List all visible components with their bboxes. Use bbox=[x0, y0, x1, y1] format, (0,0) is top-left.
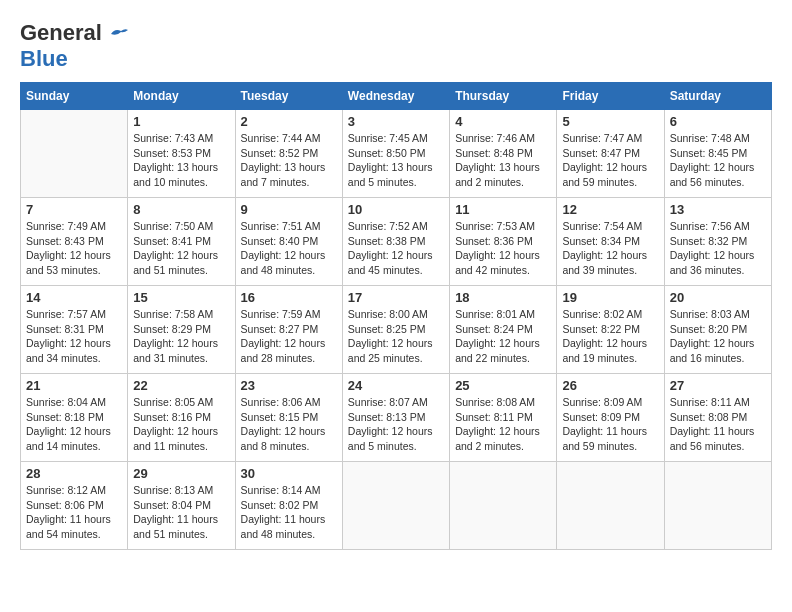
day-info: Sunrise: 7:47 AM Sunset: 8:47 PM Dayligh… bbox=[562, 131, 658, 190]
day-number: 9 bbox=[241, 202, 337, 217]
calendar-cell: 17Sunrise: 8:00 AM Sunset: 8:25 PM Dayli… bbox=[342, 286, 449, 374]
day-info: Sunrise: 8:12 AM Sunset: 8:06 PM Dayligh… bbox=[26, 483, 122, 542]
calendar-cell: 5Sunrise: 7:47 AM Sunset: 8:47 PM Daylig… bbox=[557, 110, 664, 198]
calendar-cell: 18Sunrise: 8:01 AM Sunset: 8:24 PM Dayli… bbox=[450, 286, 557, 374]
weekday-header-wednesday: Wednesday bbox=[342, 83, 449, 110]
calendar-cell: 15Sunrise: 7:58 AM Sunset: 8:29 PM Dayli… bbox=[128, 286, 235, 374]
day-number: 27 bbox=[670, 378, 766, 393]
calendar-week-row: 28Sunrise: 8:12 AM Sunset: 8:06 PM Dayli… bbox=[21, 462, 772, 550]
calendar-week-row: 21Sunrise: 8:04 AM Sunset: 8:18 PM Dayli… bbox=[21, 374, 772, 462]
day-info: Sunrise: 8:01 AM Sunset: 8:24 PM Dayligh… bbox=[455, 307, 551, 366]
calendar-cell: 2Sunrise: 7:44 AM Sunset: 8:52 PM Daylig… bbox=[235, 110, 342, 198]
calendar-cell: 9Sunrise: 7:51 AM Sunset: 8:40 PM Daylig… bbox=[235, 198, 342, 286]
calendar-cell: 27Sunrise: 8:11 AM Sunset: 8:08 PM Dayli… bbox=[664, 374, 771, 462]
day-info: Sunrise: 8:11 AM Sunset: 8:08 PM Dayligh… bbox=[670, 395, 766, 454]
day-info: Sunrise: 8:09 AM Sunset: 8:09 PM Dayligh… bbox=[562, 395, 658, 454]
calendar-cell bbox=[450, 462, 557, 550]
day-number: 23 bbox=[241, 378, 337, 393]
day-number: 19 bbox=[562, 290, 658, 305]
calendar-cell: 29Sunrise: 8:13 AM Sunset: 8:04 PM Dayli… bbox=[128, 462, 235, 550]
day-info: Sunrise: 7:56 AM Sunset: 8:32 PM Dayligh… bbox=[670, 219, 766, 278]
calendar-cell: 3Sunrise: 7:45 AM Sunset: 8:50 PM Daylig… bbox=[342, 110, 449, 198]
day-number: 10 bbox=[348, 202, 444, 217]
day-number: 14 bbox=[26, 290, 122, 305]
calendar-cell: 25Sunrise: 8:08 AM Sunset: 8:11 PM Dayli… bbox=[450, 374, 557, 462]
day-number: 21 bbox=[26, 378, 122, 393]
calendar-cell: 30Sunrise: 8:14 AM Sunset: 8:02 PM Dayli… bbox=[235, 462, 342, 550]
day-number: 1 bbox=[133, 114, 229, 129]
day-number: 15 bbox=[133, 290, 229, 305]
calendar-cell: 11Sunrise: 7:53 AM Sunset: 8:36 PM Dayli… bbox=[450, 198, 557, 286]
weekday-header-saturday: Saturday bbox=[664, 83, 771, 110]
day-info: Sunrise: 7:54 AM Sunset: 8:34 PM Dayligh… bbox=[562, 219, 658, 278]
calendar-cell bbox=[664, 462, 771, 550]
day-info: Sunrise: 7:52 AM Sunset: 8:38 PM Dayligh… bbox=[348, 219, 444, 278]
day-number: 16 bbox=[241, 290, 337, 305]
logo: General Blue bbox=[20, 20, 130, 72]
calendar-week-row: 7Sunrise: 7:49 AM Sunset: 8:43 PM Daylig… bbox=[21, 198, 772, 286]
day-number: 11 bbox=[455, 202, 551, 217]
calendar-cell: 13Sunrise: 7:56 AM Sunset: 8:32 PM Dayli… bbox=[664, 198, 771, 286]
day-number: 13 bbox=[670, 202, 766, 217]
day-info: Sunrise: 7:45 AM Sunset: 8:50 PM Dayligh… bbox=[348, 131, 444, 190]
weekday-header-friday: Friday bbox=[557, 83, 664, 110]
calendar-table: SundayMondayTuesdayWednesdayThursdayFrid… bbox=[20, 82, 772, 550]
day-number: 22 bbox=[133, 378, 229, 393]
calendar-cell: 16Sunrise: 7:59 AM Sunset: 8:27 PM Dayli… bbox=[235, 286, 342, 374]
day-number: 24 bbox=[348, 378, 444, 393]
day-info: Sunrise: 7:43 AM Sunset: 8:53 PM Dayligh… bbox=[133, 131, 229, 190]
day-info: Sunrise: 7:51 AM Sunset: 8:40 PM Dayligh… bbox=[241, 219, 337, 278]
day-number: 7 bbox=[26, 202, 122, 217]
day-info: Sunrise: 8:06 AM Sunset: 8:15 PM Dayligh… bbox=[241, 395, 337, 454]
calendar-cell: 8Sunrise: 7:50 AM Sunset: 8:41 PM Daylig… bbox=[128, 198, 235, 286]
day-number: 20 bbox=[670, 290, 766, 305]
calendar-cell: 19Sunrise: 8:02 AM Sunset: 8:22 PM Dayli… bbox=[557, 286, 664, 374]
calendar-cell: 23Sunrise: 8:06 AM Sunset: 8:15 PM Dayli… bbox=[235, 374, 342, 462]
calendar-cell bbox=[342, 462, 449, 550]
weekday-header-tuesday: Tuesday bbox=[235, 83, 342, 110]
day-number: 30 bbox=[241, 466, 337, 481]
calendar-cell bbox=[557, 462, 664, 550]
calendar-cell: 20Sunrise: 8:03 AM Sunset: 8:20 PM Dayli… bbox=[664, 286, 771, 374]
calendar-cell: 12Sunrise: 7:54 AM Sunset: 8:34 PM Dayli… bbox=[557, 198, 664, 286]
day-info: Sunrise: 7:50 AM Sunset: 8:41 PM Dayligh… bbox=[133, 219, 229, 278]
day-info: Sunrise: 8:05 AM Sunset: 8:16 PM Dayligh… bbox=[133, 395, 229, 454]
day-number: 6 bbox=[670, 114, 766, 129]
calendar-cell: 21Sunrise: 8:04 AM Sunset: 8:18 PM Dayli… bbox=[21, 374, 128, 462]
logo-text: General bbox=[20, 20, 130, 46]
day-info: Sunrise: 8:14 AM Sunset: 8:02 PM Dayligh… bbox=[241, 483, 337, 542]
day-info: Sunrise: 8:08 AM Sunset: 8:11 PM Dayligh… bbox=[455, 395, 551, 454]
day-number: 25 bbox=[455, 378, 551, 393]
day-info: Sunrise: 8:02 AM Sunset: 8:22 PM Dayligh… bbox=[562, 307, 658, 366]
day-number: 4 bbox=[455, 114, 551, 129]
calendar-cell: 1Sunrise: 7:43 AM Sunset: 8:53 PM Daylig… bbox=[128, 110, 235, 198]
logo-blue-text: Blue bbox=[20, 46, 68, 71]
day-info: Sunrise: 7:59 AM Sunset: 8:27 PM Dayligh… bbox=[241, 307, 337, 366]
day-number: 18 bbox=[455, 290, 551, 305]
calendar-cell: 24Sunrise: 8:07 AM Sunset: 8:13 PM Dayli… bbox=[342, 374, 449, 462]
day-number: 12 bbox=[562, 202, 658, 217]
day-number: 26 bbox=[562, 378, 658, 393]
day-info: Sunrise: 7:44 AM Sunset: 8:52 PM Dayligh… bbox=[241, 131, 337, 190]
day-info: Sunrise: 7:53 AM Sunset: 8:36 PM Dayligh… bbox=[455, 219, 551, 278]
calendar-week-row: 1Sunrise: 7:43 AM Sunset: 8:53 PM Daylig… bbox=[21, 110, 772, 198]
weekday-header-sunday: Sunday bbox=[21, 83, 128, 110]
calendar-cell: 14Sunrise: 7:57 AM Sunset: 8:31 PM Dayli… bbox=[21, 286, 128, 374]
day-info: Sunrise: 7:49 AM Sunset: 8:43 PM Dayligh… bbox=[26, 219, 122, 278]
calendar-cell: 28Sunrise: 8:12 AM Sunset: 8:06 PM Dayli… bbox=[21, 462, 128, 550]
calendar-week-row: 14Sunrise: 7:57 AM Sunset: 8:31 PM Dayli… bbox=[21, 286, 772, 374]
calendar-cell bbox=[21, 110, 128, 198]
day-info: Sunrise: 7:48 AM Sunset: 8:45 PM Dayligh… bbox=[670, 131, 766, 190]
day-info: Sunrise: 7:46 AM Sunset: 8:48 PM Dayligh… bbox=[455, 131, 551, 190]
day-number: 17 bbox=[348, 290, 444, 305]
day-number: 2 bbox=[241, 114, 337, 129]
calendar-cell: 26Sunrise: 8:09 AM Sunset: 8:09 PM Dayli… bbox=[557, 374, 664, 462]
calendar-cell: 22Sunrise: 8:05 AM Sunset: 8:16 PM Dayli… bbox=[128, 374, 235, 462]
day-info: Sunrise: 8:04 AM Sunset: 8:18 PM Dayligh… bbox=[26, 395, 122, 454]
weekday-header-row: SundayMondayTuesdayWednesdayThursdayFrid… bbox=[21, 83, 772, 110]
logo-bird-icon bbox=[109, 26, 129, 42]
calendar-cell: 7Sunrise: 7:49 AM Sunset: 8:43 PM Daylig… bbox=[21, 198, 128, 286]
weekday-header-monday: Monday bbox=[128, 83, 235, 110]
day-info: Sunrise: 8:13 AM Sunset: 8:04 PM Dayligh… bbox=[133, 483, 229, 542]
day-number: 28 bbox=[26, 466, 122, 481]
